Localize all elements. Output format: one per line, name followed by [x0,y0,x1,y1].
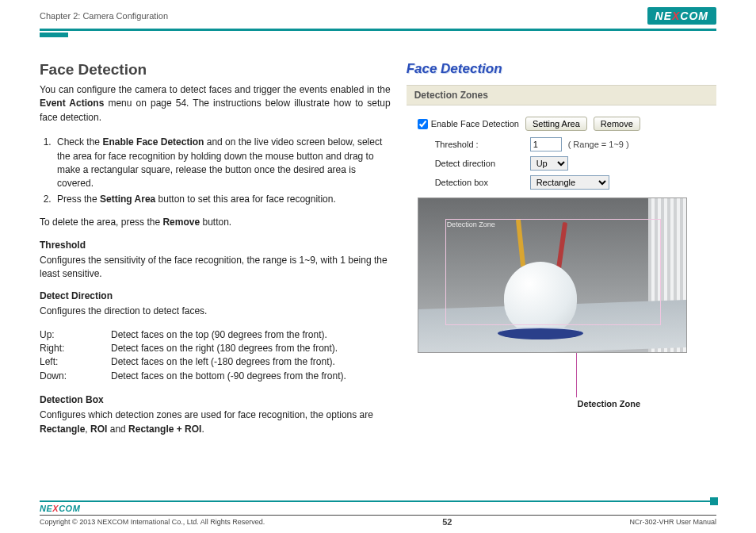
page-number: 52 [442,517,452,527]
callout-text: Detection Zone [513,399,705,408]
logo-part: NE [655,10,672,22]
logo-part: COM [680,10,708,22]
dir-value: Detect faces on the left (-180 degrees f… [111,355,335,369]
detection-zone-overlay-label: Detection Zone [447,220,495,228]
text-bold: Rectangle + ROI [128,424,201,435]
setting-area-button[interactable]: Setting Area [525,117,587,131]
header-rule [40,29,716,31]
text: You can configure the camera to detect f… [40,84,391,95]
dir-value: Detect faces on the bottom (-90 degrees … [111,370,346,383]
detection-box-select[interactable]: Rectangle [530,175,609,190]
detection-zone-box[interactable] [445,219,661,325]
logo-part: COM [59,504,80,513]
threshold-heading: Threshold [40,240,391,251]
detect-direction-paragraph: Configures the direction to detect faces… [40,305,391,318]
step-item: Press the Setting Area button to set thi… [54,193,391,206]
text: To delete the area, press the [40,217,162,228]
chapter-title: Chapter 2: Camera Configuration [40,11,168,21]
threshold-paragraph: Configures the sensitivity of the face r… [40,254,391,282]
text: and [107,424,128,435]
text: Configures which detection zones are use… [40,409,373,420]
detection-box-heading: Detection Box [40,394,391,405]
enable-face-detection-checkbox[interactable] [418,119,428,129]
dir-row: Down:Detect faces on the bottom (-90 deg… [40,370,391,383]
dir-label: Left: [40,355,111,369]
dir-row: Right:Detect faces on the right (180 deg… [40,342,391,355]
detect-direction-label: Detect direction [435,159,530,168]
intro-paragraph: You can configure the camera to detect f… [40,83,391,125]
step-item: Check the Enable Face Detection and on t… [54,136,391,191]
threshold-label: Threshold : [435,140,530,149]
remove-button[interactable]: Remove [594,117,640,131]
zones-header: Detection Zones [407,85,716,105]
app-title: Face Detection [407,61,502,77]
footer-logo: NEXCOM [40,504,716,513]
text: Check the [57,136,102,148]
copyright-text: Copyright © 2013 NEXCOM International Co… [40,518,265,526]
steps-list: Check the Enable Face Detection and on t… [54,136,391,206]
text-bold: Remove [162,217,200,228]
detect-direction-heading: Detect Direction [40,290,391,301]
dir-row: Left:Detect faces on the left (-180 degr… [40,355,391,369]
dir-label: Up: [40,328,111,342]
callout-line [576,353,705,397]
logo-x: X [672,10,680,22]
text: Press the [57,194,100,205]
preview-cup-base [498,327,583,339]
text-bold: Setting Area [100,194,155,205]
text-bold: Rectangle [40,424,85,435]
logo-x: X [52,504,59,513]
logo-part: NE [40,504,52,513]
enable-face-detection-check[interactable]: Enable Face Detection [418,119,519,129]
detect-direction-select[interactable]: Up [530,156,568,171]
text-bold: Event Actions [40,98,104,109]
page-title: Face Detection [40,61,391,79]
text-bold: Enable Face Detection [102,136,204,148]
dir-value: Detect faces on the right (180 degrees f… [111,342,338,355]
dir-label: Right: [40,342,111,355]
text: button to set this area for face recogni… [155,194,335,205]
dir-row: Up:Detect faces on the top (90 degrees f… [40,328,391,342]
dir-label: Down: [40,370,111,383]
detection-box-paragraph: Configures which detection zones are use… [40,408,391,436]
text: button. [200,217,231,228]
text: . [201,424,204,435]
video-preview[interactable]: Detection Zone [418,197,687,353]
delete-note: To delete the area, press the Remove but… [40,216,391,229]
text-bold: ROI [90,424,107,435]
direction-table: Up:Detect faces on the top (90 degrees f… [40,328,391,384]
checkbox-label: Enable Face Detection [431,119,519,128]
dir-value: Detect faces on the top (90 degrees from… [111,328,327,342]
brand-logo: NEXCOM [647,7,716,25]
footer-rule [40,500,716,502]
detection-box-label: Detection box [435,178,530,187]
threshold-range-note: ( Range = 1~9 ) [568,140,629,149]
manual-name: NCr-302-VHR User Manual [629,518,716,526]
threshold-input[interactable] [530,137,562,151]
